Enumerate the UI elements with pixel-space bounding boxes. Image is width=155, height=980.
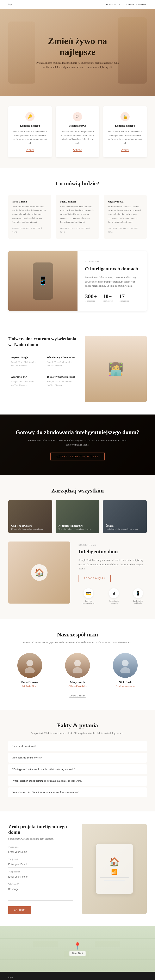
- feature-link-1[interactable]: WIĘCEJ: [73, 149, 82, 152]
- uni-title-0: Asystent Google: [11, 356, 40, 359]
- faq-intro: Sample text. Click to select the text bl…: [22, 731, 133, 735]
- team-name-0: Boba Browna: [8, 681, 51, 684]
- map-location-label: New York: [70, 951, 85, 956]
- feature-text-2: Duis aute irure dolor in reprehenderit i…: [108, 129, 142, 145]
- phone-label: Twój telefon: [8, 870, 73, 873]
- features-grid: 🔑 Kontrola dostępu Duis aute irure dolor…: [8, 106, 147, 158]
- team-name-1: Mary Smith: [56, 681, 99, 684]
- name-input[interactable]: [8, 849, 73, 855]
- home-icon: 🏠: [109, 857, 119, 867]
- test-text-1: Proin sed libero enim sed faucibus turpi…: [60, 205, 95, 224]
- team-role-2: Dyrektor Kreatywny: [104, 685, 147, 687]
- sf-icon-circle-0: 💳: [84, 588, 93, 598]
- hero-title: Zmień żywo na najlepsze: [33, 36, 122, 58]
- nav-home[interactable]: HOME PAGE: [106, 3, 120, 6]
- test-name-2: Olga Ivanova: [108, 200, 142, 203]
- tablet-screen-detail: [100, 877, 129, 878]
- sf-icon-label-1: Zarządzanie centralnie: [104, 600, 123, 605]
- tablet-image: 🏠 📶: [96, 844, 133, 894]
- feature-link-2[interactable]: WIĘCEJ: [121, 149, 130, 152]
- feature-text-1: Duis aute irure dolor in reprehenderit i…: [60, 129, 95, 145]
- name-label: Twoje imię: [8, 846, 73, 848]
- universal-section: Uniwersalne centrum wyświetlania w Twoim…: [0, 323, 155, 415]
- stat-label-2: lorem ipsum: [119, 300, 129, 302]
- nav-about[interactable]: ABOUT COMPANY: [126, 3, 147, 6]
- faq-question-2: What types of customers do you have that…: [13, 768, 75, 771]
- feature-link-0[interactable]: WIĘCEJ: [25, 149, 34, 152]
- submit-button[interactable]: APLIKUJ: [8, 906, 31, 914]
- faq-item-2[interactable]: What types of customers do you have that…: [8, 764, 147, 774]
- team-title: Nasz zespół m.in: [8, 631, 147, 638]
- feature-title-1: Bezpieczeństwo: [60, 124, 95, 127]
- team-avatar-2: [113, 653, 138, 678]
- person-icon-1: [70, 658, 85, 673]
- project-form-sub: Sample text. Click to select the Text El…: [8, 837, 73, 841]
- project-grid: Zrób projekt inteligentnego domu Sample …: [8, 824, 147, 914]
- uni-text-2: Sample Text. Click to select the Text El…: [11, 380, 40, 387]
- test-date-1: OPUBLIKOWANO 2 STYCIEŃ 2024: [60, 228, 90, 233]
- faq-section: Fakty & pytania Sample text. Click to se…: [0, 710, 155, 811]
- hero-subtitle: Proin sed libero enim sed faucibus turpi…: [33, 61, 122, 69]
- wifi-icon: 📶: [111, 869, 117, 875]
- stat-num-2: 17: [119, 293, 129, 300]
- stat-num-1: 10+: [103, 293, 113, 300]
- universal-right-image: 👩‍💻: [85, 336, 147, 402]
- test-name-0: Sheli Larson: [13, 200, 47, 203]
- uni-item-0: Asystent Google Sample Text. Click to se…: [8, 353, 43, 371]
- cta-button[interactable]: UZYSKAJ BEZPŁATNĄ WYCENĘ: [51, 453, 104, 460]
- faq-item-0[interactable]: How much does it cost? ›: [8, 741, 147, 751]
- smart-feature-section: 🏠 Smart home Inteligentny dom Sample Tex…: [8, 541, 147, 606]
- tablet-screen-detail-2: [104, 880, 125, 881]
- project-form-side: Zrób projekt inteligentnego domu Sample …: [8, 824, 73, 914]
- team-avatar-0: [17, 653, 42, 678]
- map-section: 📍 New York: [0, 926, 155, 972]
- team-link-row: Dołącz z Firmie: [8, 694, 147, 697]
- testimonials-title: Co mówią ludzie?: [8, 180, 147, 187]
- chevron-down-icon-1: ›: [142, 756, 142, 759]
- smart-label: Lorem ipsum: [85, 260, 139, 262]
- feature-title-0: Kontrola dostępu: [13, 124, 47, 127]
- team-intro: Ut enim ad minim veniam, quis nostrud ex…: [22, 640, 133, 644]
- sf-button[interactable]: ZOBACZ WIĘCEJ: [79, 575, 111, 582]
- person-icon-0: [22, 658, 37, 673]
- form-group-email: Twój email: [8, 858, 73, 868]
- team-avatar-1: [65, 653, 90, 678]
- project-form-title: Zrób projekt inteligentnego domu: [8, 824, 73, 835]
- smart-about-content: Lorem ipsum O inteligentnych domach Lore…: [78, 251, 147, 311]
- sf-icon-1: 🖥 Zarządzanie centralnie: [104, 588, 123, 605]
- phone-input[interactable]: [8, 874, 73, 880]
- svg-point-2: [74, 660, 81, 667]
- team-role-0: Założyciel Firmy: [8, 685, 51, 687]
- footer: logo: [0, 972, 155, 980]
- manage-card-2: Światła Ut almi ad minim veniam lorem ip…: [103, 500, 147, 533]
- test-text-2: Proin sed libero enim sed faucibus turpi…: [108, 205, 142, 224]
- sf-icon-2: 📱 Inteligentne aplikacje: [129, 588, 147, 605]
- logo: logo: [8, 3, 13, 6]
- faq-item-1[interactable]: How Fast Are Your Services? ›: [8, 752, 147, 763]
- team-card-2: Nick Dark Dyrektor Kreatywny: [104, 653, 147, 687]
- message-textarea[interactable]: [8, 886, 73, 900]
- form-group-message: Wiadomość: [8, 883, 73, 901]
- features-section: 🔑 Kontrola dostępu Duis aute irure dolor…: [0, 96, 155, 168]
- faq-item-4[interactable]: Nunc sit amet nibh diam. Integer iaculis…: [8, 788, 147, 797]
- testimonial-1: Nick Johnson Proin sed libero enim sed f…: [56, 195, 99, 239]
- universal-title: Uniwersalne centrum wyświetlania w Twoim…: [8, 336, 79, 348]
- project-section: Zrób projekt inteligentnego domu Sample …: [0, 811, 155, 926]
- testimonials-grid: Sheli Larson Proin sed libero enim sed f…: [8, 195, 147, 239]
- stat-num-0: 300+: [85, 293, 97, 300]
- manage-title: Zarządzaj wszystkim: [8, 487, 147, 494]
- team-card-0: Boba Browna Założyciel Firmy: [8, 653, 51, 687]
- feature-icon-0: 🔑: [25, 112, 35, 121]
- manage-card-info-2: Światła Ut almi ad minim veniam lorem ip…: [106, 524, 138, 530]
- feature-card-1: 🛡 Bezpieczeństwo Duis aute irure dolor i…: [56, 106, 99, 158]
- sf-icon-circle-1: 🖥: [109, 588, 119, 598]
- chevron-down-icon-3: ›: [142, 779, 142, 783]
- map-pin-icon: 📍: [70, 942, 85, 950]
- faq-question-0: How much does it cost?: [13, 745, 36, 748]
- chevron-down-icon-0: ›: [142, 745, 142, 748]
- faq-item-3[interactable]: What education and/or training do you ha…: [8, 776, 147, 786]
- uni-title-2: Aparat 6,5 MP: [11, 375, 40, 379]
- email-input[interactable]: [8, 861, 73, 868]
- sf-icon-label-0: karty na bezpieczeństwo: [79, 600, 98, 605]
- team-link[interactable]: Dołącz z Firmie: [70, 694, 85, 697]
